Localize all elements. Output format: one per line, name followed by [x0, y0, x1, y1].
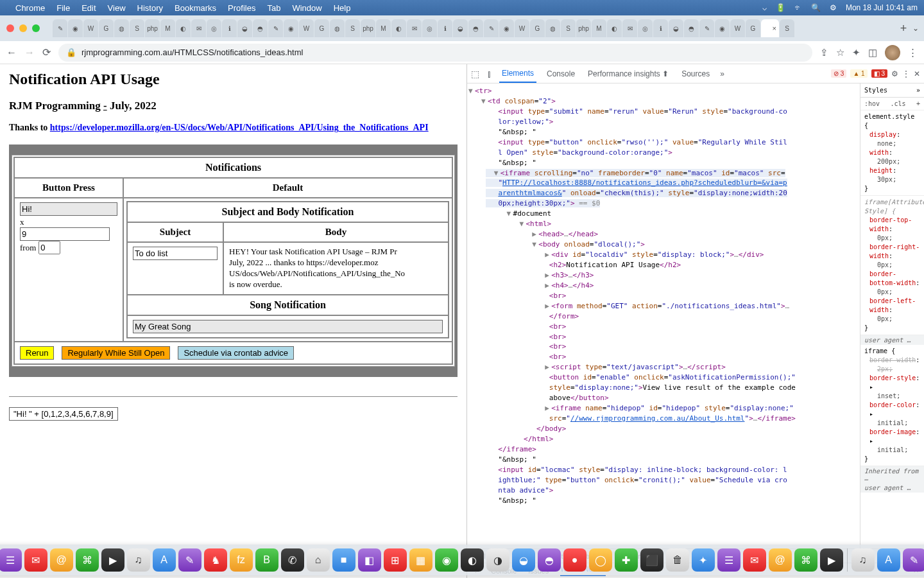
dom-tree-line[interactable]: above</button>: [468, 393, 859, 403]
inspect-element-icon[interactable]: ⬚: [471, 69, 479, 79]
css-rule[interactable]: iframe[Attributes Style] {border-top-wid…: [860, 196, 924, 335]
dock-app-icon[interactable]: ♫: [127, 548, 150, 572]
tab-search-button[interactable]: ⌄: [912, 24, 919, 33]
dock-app-icon[interactable]: ◐: [461, 548, 484, 572]
back-button[interactable]: ←: [6, 47, 17, 58]
browser-tab[interactable]: G: [530, 19, 545, 37]
browser-tab[interactable]: php: [145, 19, 160, 37]
browser-tab[interactable]: W: [83, 19, 98, 37]
dom-tree-line[interactable]: ▶<div id="localdiv" style="display: bloc…: [468, 250, 859, 260]
dock-app-icon[interactable]: ⌂: [307, 548, 330, 572]
dock-app-icon[interactable]: @: [50, 548, 73, 572]
regularly-button[interactable]: Regularly While Still Open: [62, 346, 170, 360]
tab-sources[interactable]: Sources: [679, 66, 712, 82]
dock-app-icon[interactable]: ♫: [851, 548, 875, 572]
dock-app-icon[interactable]: A: [153, 548, 176, 572]
spotlight-icon[interactable]: 🔍: [811, 3, 821, 12]
dock-app-icon[interactable]: ◓: [538, 548, 561, 572]
dom-tree-line[interactable]: ▼#document: [468, 209, 859, 219]
dom-tree-line[interactable]: <input type="button" onclick="rwso('');"…: [468, 137, 859, 148]
dom-tree-line[interactable]: ▼<body onload="dlocal();">: [468, 240, 859, 250]
dom-tree-line[interactable]: <br>: [468, 342, 859, 352]
dom-tree-line[interactable]: </body>: [468, 424, 859, 434]
browser-tab[interactable]: ◍: [330, 19, 345, 37]
browser-tab[interactable]: W: [730, 19, 745, 37]
browser-tab[interactable]: ℹ: [222, 19, 237, 37]
dom-tree-line[interactable]: <br>: [468, 322, 859, 332]
menu-edit[interactable]: Edit: [81, 3, 96, 13]
press-text-input[interactable]: [20, 202, 117, 216]
browser-tab[interactable]: ◓: [684, 19, 699, 37]
dock-app-icon[interactable]: ✆: [281, 548, 304, 572]
tab-console[interactable]: Console: [544, 66, 578, 82]
warning-count-badge[interactable]: ▲ 1: [850, 69, 867, 78]
browser-tab[interactable]: ◍: [545, 19, 560, 37]
dock-app-icon[interactable]: ◧: [358, 548, 381, 572]
browser-tab[interactable]: ◒: [669, 19, 683, 37]
menu-profiles[interactable]: Profiles: [228, 3, 255, 13]
reload-button[interactable]: ⟳: [42, 46, 51, 58]
browser-tab[interactable]: ×: [761, 19, 779, 37]
browser-tab[interactable]: G: [746, 19, 760, 37]
menu-bookmarks[interactable]: Bookmarks: [175, 3, 216, 13]
dom-tree-line[interactable]: <button id="enable" onclick="askNotifica…: [468, 372, 859, 383]
dom-tree-line[interactable]: lor:yellow;">: [468, 117, 859, 127]
hov-toggle[interactable]: :hov: [864, 100, 880, 107]
browser-tab[interactable]: G: [99, 19, 114, 37]
extensions-icon[interactable]: ✦: [852, 47, 860, 58]
dom-tree-line[interactable]: ▼<tr>: [468, 86, 859, 96]
zoom-window-button[interactable]: [32, 24, 40, 32]
browser-tab[interactable]: ◓: [468, 19, 483, 37]
dom-tree-line[interactable]: l Open" style="background-color:orange;"…: [468, 148, 859, 158]
schedule-crontab-button[interactable]: Schedule via crontab advice: [178, 346, 294, 360]
browser-tab[interactable]: ◉: [715, 19, 730, 37]
forward-button[interactable]: →: [24, 47, 35, 58]
dom-tree-line[interactable]: </iframe>: [468, 444, 859, 455]
dom-tree-line[interactable]: "&nbsp; ": [468, 127, 859, 137]
menu-tab[interactable]: Tab: [267, 3, 280, 13]
dom-tree-line[interactable]: ▶<h3>…</h3>: [468, 270, 859, 281]
dom-tree-line[interactable]: <br>: [468, 291, 859, 301]
dom-tree-line[interactable]: ▶<h4>…</h4>: [468, 281, 859, 291]
dom-tree-line[interactable]: ▶<head>…</head>: [468, 229, 859, 240]
bookmark-star-icon[interactable]: ☆: [836, 47, 844, 58]
dom-tree-line[interactable]: ▶<script type="text/javascript">…</scrip…: [468, 362, 859, 372]
dock-app-icon[interactable]: ◉: [435, 548, 458, 572]
dock-app-icon[interactable]: ◯: [589, 548, 612, 572]
dock-app-icon[interactable]: ◒: [512, 548, 535, 572]
browser-tab[interactable]: ✎: [699, 19, 714, 37]
browser-tab[interactable]: W: [299, 19, 314, 37]
browser-tab[interactable]: ◒: [237, 19, 252, 37]
song-input[interactable]: [133, 320, 443, 333]
dom-tree-line[interactable]: <br>: [468, 352, 859, 362]
menubar-clock[interactable]: Mon 18 Jul 10:41 am: [846, 3, 918, 12]
dock-app-icon[interactable]: ▶: [820, 548, 843, 572]
dock-app-icon[interactable]: ▦: [409, 548, 432, 572]
browser-tab[interactable]: ◎: [422, 19, 437, 37]
dom-tree-line[interactable]: ▶<iframe name="hidepop" id="hidepop" sty…: [468, 403, 859, 414]
more-panes-icon[interactable]: »: [916, 87, 920, 94]
press-count-input[interactable]: [20, 227, 110, 241]
dom-tree-line[interactable]: </form>: [468, 311, 859, 322]
browser-tab[interactable]: ◎: [638, 19, 653, 37]
dock-app-icon[interactable]: 🗑: [666, 548, 689, 572]
devtools-menu-icon[interactable]: ⋮: [902, 69, 910, 78]
browser-tab[interactable]: ◐: [176, 19, 191, 37]
browser-tab[interactable]: ✎: [268, 19, 283, 37]
browser-tab[interactable]: G: [314, 19, 329, 37]
menu-chrome[interactable]: Chrome: [15, 3, 45, 13]
dock-app-icon[interactable]: @: [769, 548, 792, 572]
dom-tree-line[interactable]: ▼<iframe scrolling="no" frameborder="0" …: [468, 168, 859, 179]
dock-app-icon[interactable]: B: [255, 548, 278, 572]
profile-avatar[interactable]: [885, 45, 900, 60]
browser-tab[interactable]: ◍: [114, 19, 129, 37]
dom-tree-line[interactable]: <br>: [468, 332, 859, 342]
elements-tree[interactable]: ▼<tr> ▼<td colspan="2"> <input type="sub…: [467, 83, 860, 548]
new-style-rule-icon[interactable]: +: [916, 100, 920, 107]
browser-tab[interactable]: ✎: [53, 19, 67, 37]
menu-view[interactable]: View: [108, 3, 126, 13]
browser-tab[interactable]: ◐: [391, 19, 406, 37]
close-window-button[interactable]: [6, 24, 14, 32]
dock-app-icon[interactable]: ⌘: [794, 548, 817, 572]
dom-tree-line[interactable]: style="display:none;">View live result o…: [468, 383, 859, 393]
